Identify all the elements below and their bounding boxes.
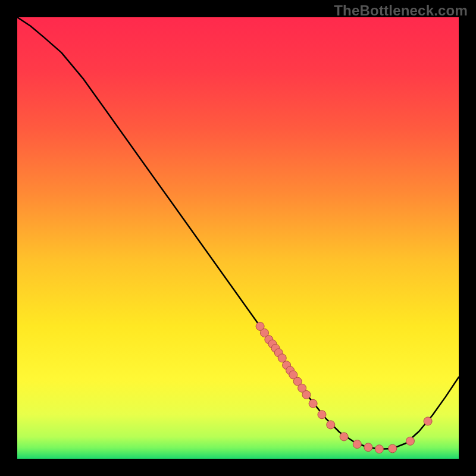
plot-area — [17, 17, 459, 459]
data-dot — [389, 444, 397, 453]
chart-container: TheBottleneck.com — [0, 0, 476, 476]
data-dot — [318, 411, 326, 419]
background-gradient — [17, 17, 459, 459]
data-dot — [340, 433, 348, 441]
data-dot — [406, 437, 414, 445]
watermark-text: TheBottleneck.com — [334, 2, 468, 19]
data-dot — [353, 440, 361, 449]
data-dot — [375, 445, 383, 453]
data-dot — [424, 417, 432, 425]
data-dot — [327, 421, 335, 429]
data-dot — [364, 443, 372, 452]
data-dot — [302, 390, 311, 399]
plot-svg — [17, 17, 459, 459]
data-dot — [309, 399, 317, 408]
